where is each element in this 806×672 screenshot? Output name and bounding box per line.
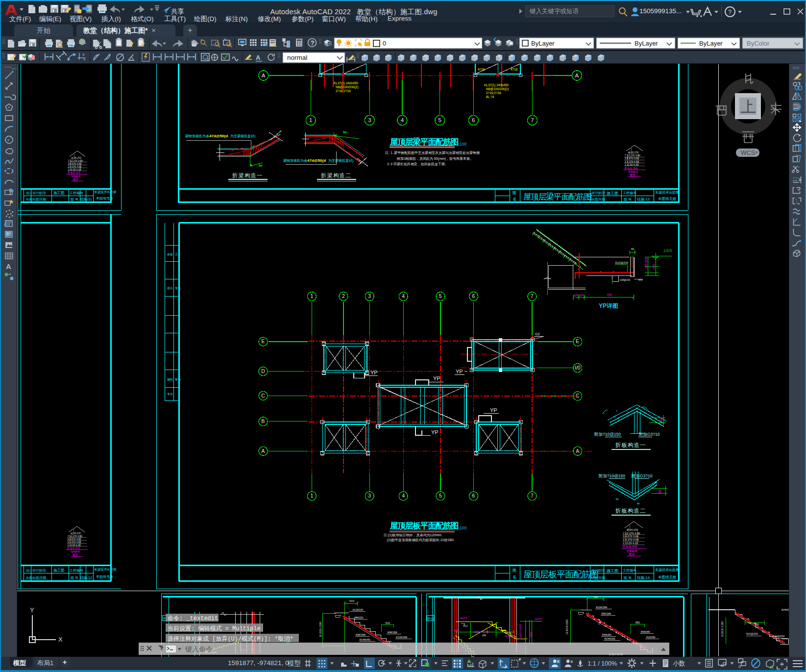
svg-text:结施-12: 结施-12	[80, 576, 92, 580]
svg-text:1:100: 1:100	[456, 525, 467, 530]
svg-text:1 -0.03 4.20: 1 -0.03 4.20	[68, 544, 81, 547]
svg-text:47d@50(d: 47d@50(d	[307, 158, 326, 163]
svg-text:θ8θ200: θ8θ200	[354, 616, 363, 619]
svg-text:18.070: 18.070	[460, 617, 467, 620]
svg-text:3 8.670 3.60: 3 8.670 3.60	[68, 163, 82, 165]
svg-text:YP: YP	[456, 369, 463, 374]
svg-text:教堂: 教堂	[629, 553, 635, 556]
svg-text:200: 200	[644, 257, 647, 263]
svg-text:7: 7	[531, 493, 534, 498]
svg-text:1: 1	[311, 493, 314, 498]
svg-text:层 标高 层高: 层 标高 层高	[67, 547, 80, 550]
svg-text:4%: 4%	[638, 278, 643, 281]
svg-text:附加3根箍筋，其间距为 50(mm)，型号同基本箍。: 附加3根箍筋，其间距为 50(mm)，型号同基本箍。	[397, 157, 473, 161]
svg-text:950: 950	[635, 621, 640, 624]
svg-text:教堂: 教堂	[630, 174, 636, 177]
svg-text:附加G3?10: 附加G3?10	[632, 473, 653, 478]
svg-text:180: 180	[482, 634, 486, 637]
svg-text:附加?10@150: 附加?10@150	[594, 432, 621, 437]
svg-text:6: 6	[472, 117, 475, 123]
svg-text:折板构造二: 折板构造二	[615, 508, 646, 514]
svg-text:θ14θ(4θ): θ14θ(4θ)	[360, 638, 370, 641]
svg-text:折梁构造一: 折梁构造一	[232, 173, 263, 178]
svg-text:θ4θ(4θ): θ4θ(4θ)	[602, 633, 611, 636]
svg-text:N8@100/200(2): N8@100/200(2)	[486, 87, 509, 91]
svg-text:θ12θ200: θ12θ200	[353, 608, 363, 611]
svg-text:设计: 设计	[26, 569, 33, 572]
svg-text:C: C	[261, 393, 265, 398]
svg-text:120: 120	[574, 294, 578, 297]
svg-text:4?16: 4?16	[478, 68, 485, 71]
svg-text:层 标高 层高: 层 标高 层高	[624, 167, 638, 170]
svg-text:lw: lw	[259, 164, 263, 167]
svg-text:注:(1)板厚除注明外，其余均为120mm.: 注:(1)板厚除注明外，其余均为120mm.	[384, 533, 442, 537]
svg-text:为主梁箍筋直径): 为主梁箍筋直径)	[230, 134, 255, 138]
svg-text:2 4.370 4.50: 2 4.370 4.50	[625, 160, 639, 163]
svg-text:350: 350	[755, 623, 759, 626]
svg-text:层 标高 层高: 层 标高 层高	[622, 545, 637, 548]
svg-text:5: 5	[439, 117, 441, 123]
svg-text:朱盛技术出图章: 朱盛技术出图章	[655, 191, 679, 195]
svg-text:设计阶段: 设计阶段	[591, 569, 605, 572]
svg-text:出图日期: 出图日期	[32, 576, 46, 580]
svg-text:2 4.370 4.50: 2 4.370 4.50	[623, 538, 638, 541]
svg-text:结施-13: 结施-13	[636, 197, 650, 201]
svg-text:E: E	[576, 339, 579, 344]
svg-text:1450: 1450	[503, 631, 509, 633]
svg-text:6: 6	[472, 294, 475, 299]
svg-text:梁附加箍筋为各: 梁附加箍筋为各	[283, 158, 307, 163]
svg-text:80: 80	[659, 418, 663, 422]
svg-text:1502: 1502	[454, 629, 460, 632]
svg-text:θ9θ2θθ: θ9θ2θθ	[641, 630, 650, 633]
svg-text:θ10@200: θ10@200	[773, 635, 784, 638]
svg-text:1.: 1.	[391, 151, 393, 154]
svg-text:300: 300	[652, 264, 655, 269]
svg-text:11@22?=2400: 11@22?=2400	[519, 624, 522, 640]
svg-text:47d@50(d: 47d@50(d	[209, 134, 228, 138]
svg-text:80: 80	[658, 489, 661, 493]
svg-text:11@22?=2400: 11@22?=2400	[473, 631, 489, 633]
svg-text:纸: 纸	[431, 617, 434, 620]
svg-text:(2)图中屋顶层板钢筋均为双层双向:10@1B0.: (2)图中屋顶层板钢筋均为双层双向:10@1B0.	[387, 538, 455, 542]
svg-text:设计: 设计	[26, 191, 33, 195]
svg-text:朱盛技术出图章: 朱盛技术出图章	[94, 190, 117, 194]
svg-text:图 号: 图 号	[624, 576, 632, 580]
svg-text:950: 950	[593, 596, 598, 598]
svg-text:15.2015~2190: 15.2015~2190	[319, 622, 322, 637]
svg-text:图 号: 图 号	[71, 576, 78, 580]
svg-text:4: 4	[402, 493, 405, 498]
svg-text:教堂: 教堂	[73, 553, 77, 557]
svg-text:本图纸无效: 本图纸无效	[658, 197, 677, 201]
svg-text:折板构造一: 折板构造一	[615, 442, 646, 448]
svg-text:1 -0.03 4.20: 1 -0.03 4.20	[68, 169, 81, 171]
svg-text:出图日期: 出图日期	[591, 576, 605, 580]
svg-text:审核: 审核	[175, 377, 181, 381]
svg-text:梁平面配筋图中主次梁相交及次梁与次梁相交处次梁每侧: 梁平面配筋图中主次梁相交及次梁与次梁相交处次梁每侧	[394, 150, 480, 155]
svg-text:名: 名	[513, 575, 516, 579]
svg-text:GZ: GZ	[535, 332, 540, 336]
svg-text:lw: lw	[637, 502, 640, 505]
svg-text:折梁构造二: 折梁构造二	[320, 173, 352, 178]
svg-text:屋顶层梁平面配筋图: 屋顶层梁平面配筋图	[390, 137, 459, 146]
svg-text:A: A	[575, 73, 579, 78]
svg-text:1:1 / 100%: 1:1 / 100%	[587, 660, 617, 668]
svg-text:700: 700	[607, 293, 612, 297]
svg-text:3.570: 3.570	[663, 249, 672, 252]
svg-text:A: A	[262, 73, 266, 78]
svg-text:1(8@20): 1(8@20)	[620, 278, 631, 281]
svg-text:注:: 注:	[385, 150, 390, 154]
svg-text:施工图: 施工图	[607, 569, 618, 573]
svg-text:7: 7	[531, 294, 534, 299]
svg-text:本图纸无效: 本图纸无效	[96, 575, 113, 579]
svg-text:4: 4	[402, 294, 405, 299]
svg-text:θ3θ/2θθ: θ3θ/2θθ	[356, 633, 366, 636]
svg-text:图 号: 图 号	[71, 198, 78, 201]
svg-text:屋顶层板平面配筋图: 屋顶层板平面配筋图	[390, 521, 459, 530]
svg-text:5: 5	[439, 493, 442, 498]
svg-text:朱盛技术出图章: 朱盛技术出图章	[655, 568, 679, 572]
svg-text:15.3015~2.300: 15.3015~2.300	[721, 622, 724, 637]
svg-text:图: 图	[428, 617, 431, 621]
svg-text:1:100: 1:100	[456, 142, 467, 147]
svg-text:YP: YP	[431, 429, 439, 435]
svg-text:2 4.370 4.50: 2 4.370 4.50	[68, 541, 81, 544]
